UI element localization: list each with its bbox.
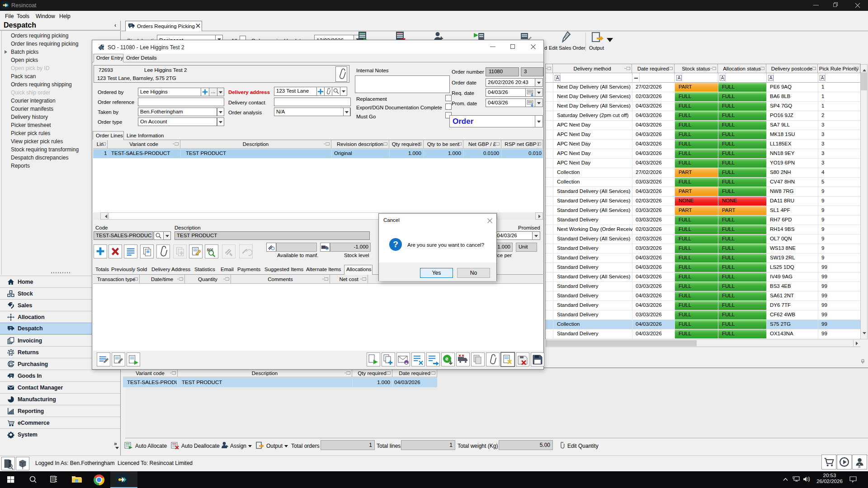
svg-text:e: e [445, 356, 448, 362]
